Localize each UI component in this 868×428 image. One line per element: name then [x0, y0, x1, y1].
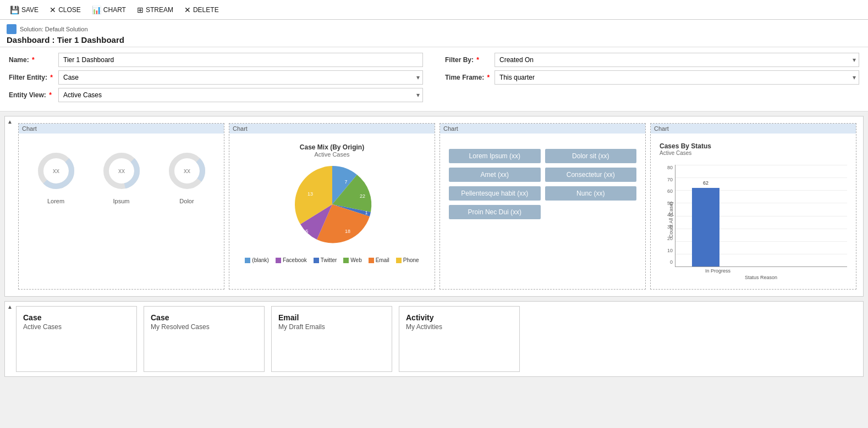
time-frame-row: Time Frame: * This quarter	[445, 70, 859, 85]
name-label: Name: *	[9, 56, 58, 64]
filter-entity-label: Filter Entity: *	[9, 74, 58, 81]
pie-subtitle: Active Cases	[239, 151, 425, 158]
tag-proin: Proin Nec Dui (xx)	[449, 205, 541, 219]
chart-panel-title-3: Chart	[440, 124, 645, 134]
form-area: Name: * Filter Entity: * Case Entity Vie…	[0, 47, 868, 112]
list-panel-sub-3: My Activities	[406, 323, 513, 331]
section-collapse-lists[interactable]: ▲	[7, 304, 15, 312]
lists-row: Case Active Cases Case My Resolved Cases…	[5, 302, 863, 376]
legend-twitter: Twitter	[314, 257, 337, 263]
name-input[interactable]	[58, 53, 423, 67]
grid-line-1	[675, 177, 847, 178]
chart-panel-pie: Chart Case Mix (By Origin) Active Cases …	[229, 123, 435, 290]
list-panel-sub-0: Active Cases	[23, 323, 130, 331]
chart-panel-title-4: Chart	[651, 124, 856, 134]
tag-pellentesque: Pellentesque habit (xx)	[449, 186, 541, 201]
tag-grid: Lorem Ipsum (xx) Dolor sit (xx) Amet (xx…	[444, 138, 641, 230]
donut-item-3: xx Dolor	[165, 149, 209, 204]
list-panel-title-2: Email	[278, 313, 385, 322]
main-content: ▲ Chart xx Lorem	[0, 112, 868, 386]
bar-in-progress: 62	[692, 188, 719, 266]
list-panel-title-1: Case	[151, 313, 257, 322]
list-panel-1: Case My Resolved Cases	[144, 306, 265, 372]
legend-phone: Phone	[396, 257, 419, 263]
filter-by-row: Filter By: * Created On	[445, 53, 859, 67]
x-axis: In Progress	[675, 268, 847, 274]
save-button[interactable]: 💾 SAVE	[6, 4, 43, 15]
list-panel-title-0: Case	[23, 313, 130, 322]
pie-title: Case Mix (By Origin)	[239, 143, 425, 151]
grid-line-0	[675, 165, 847, 165]
stream-button[interactable]: ⊞ STREAM	[133, 4, 178, 15]
legend-dot-web	[343, 258, 349, 263]
tag-lorem-ipsum: Lorem Ipsum (xx)	[449, 149, 541, 163]
pie-chart-container: Case Mix (By Origin) Active Cases 7 22	[234, 138, 430, 269]
save-icon: 💾	[10, 5, 19, 14]
donut-area: xx Lorem xx Ipsum	[23, 138, 219, 215]
svg-text:xx: xx	[118, 167, 125, 175]
svg-text:5: 5	[305, 229, 308, 234]
list-panel-0: Case Active Cases	[16, 306, 137, 372]
svg-text:18: 18	[344, 229, 350, 234]
chart-icon: 📊	[92, 5, 101, 14]
filter-entity-select[interactable]: Case	[58, 70, 423, 85]
y-axis-label: Count All (Case)	[668, 202, 674, 238]
entity-view-label: Entity View: *	[9, 91, 58, 99]
bar-chart-subtitle: Active Cases	[660, 150, 847, 156]
filter-by-label: Filter By: *	[445, 56, 495, 64]
chart-panel-tags: Chart Lorem Ipsum (xx) Dolor sit (xx) Am…	[440, 123, 646, 290]
legend-dot-phone	[396, 258, 402, 263]
filter-by-select[interactable]: Created On	[495, 53, 859, 67]
pie-svg: 7 22 1 18 5 13	[285, 158, 379, 251]
tag-consectetur: Consectetur (xx)	[545, 168, 637, 182]
list-panel-2: Email My Draft Emails	[271, 306, 392, 372]
list-panel-title-3: Activity	[406, 313, 513, 322]
bar-value-label: 62	[692, 180, 719, 186]
svg-text:22: 22	[359, 193, 365, 199]
stream-icon: ⊞	[137, 5, 144, 14]
legend-dot-twitter	[314, 258, 319, 263]
time-frame-select[interactable]: This quarter	[495, 70, 859, 85]
legend-web: Web	[343, 257, 361, 263]
donut-svg-2: xx	[100, 149, 144, 193]
chart-panel-title-1: Chart	[19, 124, 224, 134]
tag-nunc: Nunc (xx)	[545, 186, 637, 201]
svg-text:1: 1	[365, 210, 367, 215]
solution-icon	[7, 24, 17, 34]
legend-dot-blank	[245, 258, 250, 263]
name-row: Name: *	[9, 53, 423, 67]
donut-item-1: xx Lorem	[34, 149, 78, 204]
legend-dot-facebook	[276, 258, 281, 263]
close-button[interactable]: ✕ CLOSE	[45, 4, 85, 15]
legend-email: Email	[369, 257, 389, 263]
entity-view-select-wrapper: Active Cases	[58, 88, 423, 102]
chart-panel-bar: Chart Cases By Status Active Cases 80 70…	[650, 123, 856, 290]
donut-svg-3: xx	[165, 149, 209, 193]
bar-chart-title: Cases By Status	[660, 142, 847, 150]
filter-entity-row: Filter Entity: * Case	[9, 70, 423, 85]
filter-entity-select-wrapper: Case	[58, 70, 423, 85]
charts-section: ▲ Chart xx Lorem	[4, 116, 864, 297]
bar-area: 62	[675, 165, 847, 267]
donut-item-2: xx Ipsum	[100, 149, 144, 204]
donut-svg-1: xx	[34, 149, 78, 193]
svg-text:xx: xx	[53, 167, 59, 175]
lists-section: ▲ Case Active Cases Case My Resolved Cas…	[4, 301, 864, 377]
entity-view-select[interactable]: Active Cases	[58, 88, 423, 102]
x-label-in-progress: In Progress	[705, 268, 730, 274]
charts-row: Chart xx Lorem xx	[5, 116, 863, 296]
delete-icon: ✕	[184, 5, 191, 14]
chart-button[interactable]: 📊 CHART	[87, 4, 130, 15]
toolbar: 💾 SAVE ✕ CLOSE 📊 CHART ⊞ STREAM ✕ DELETE	[0, 0, 868, 20]
page-header: Solution: Default Solution Dashboard : T…	[0, 20, 868, 47]
pie-legend: (blank) Facebook Twitter Web	[239, 257, 425, 263]
filter-by-select-wrapper: Created On	[495, 53, 859, 67]
delete-button[interactable]: ✕ DELETE	[180, 4, 223, 15]
section-collapse-charts[interactable]: ▲	[7, 119, 15, 126]
tag-dolor-sit: Dolor sit (xx)	[545, 149, 637, 163]
legend-blank: (blank)	[245, 257, 269, 263]
list-panel-sub-1: My Resolved Cases	[151, 323, 257, 331]
legend-facebook: Facebook	[276, 257, 307, 263]
time-frame-select-wrapper: This quarter	[495, 70, 859, 85]
page-title: Dashboard : Tier 1 Dashboard	[7, 35, 861, 45]
